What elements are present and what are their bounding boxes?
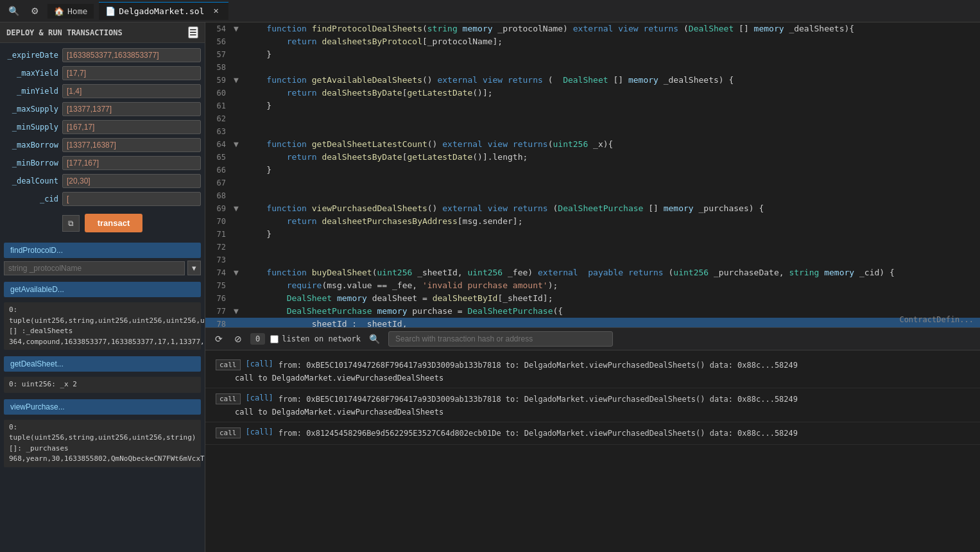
tx-badge: call (216, 359, 241, 370)
code-line: 67 (205, 177, 980, 189)
param-input[interactable] (62, 84, 201, 98)
code-line: 57 } (205, 48, 980, 61)
tab-close-btn[interactable]: ✕ (210, 5, 222, 17)
line-content: } (241, 164, 980, 177)
line-content: return dealSheetsByDate[getLatestDate()]… (241, 87, 980, 99)
line-content: function findProtocolDealSheets(string m… (241, 22, 980, 35)
param-row: _minSupply (4, 120, 201, 134)
tx-badge: call (216, 393, 241, 404)
line-content: return dealSheetsByDate[getLatestDate()]… (241, 151, 980, 164)
fn-section-viewPurchase: viewPurchase... 0: tuple(uint256,string,… (4, 399, 201, 467)
clear-icon-btn[interactable]: ⟳ (212, 332, 226, 345)
line-content: function viewPurchasedDealSheets() exter… (241, 202, 980, 215)
param-input[interactable] (62, 174, 201, 188)
param-row: _maxBorrow (4, 138, 201, 152)
params-container: _expireDate _maxYield _minYield _maxSupp… (4, 48, 201, 206)
tab-delgado[interactable]: 📄 DelgadoMarket.sol ✕ (99, 2, 228, 20)
param-row: _cid (4, 192, 201, 206)
code-line: 54 ▼ function findProtocolDealSheets(str… (205, 22, 980, 35)
code-line: 75 require(msg.value == _fee, 'invalid p… (205, 279, 980, 292)
param-input[interactable] (62, 156, 201, 170)
collapse-arrow[interactable]: ▼ (231, 305, 241, 318)
collapse-arrow[interactable]: ▼ (231, 266, 241, 279)
fn-button-findProtocolD[interactable]: findProtocolD... (4, 243, 201, 258)
param-row: _minBorrow (4, 156, 201, 170)
code-line: 58 (205, 61, 980, 74)
line-content: } (241, 99, 980, 112)
settings-icon-btn[interactable]: ⚙ (28, 4, 42, 18)
code-line: 65 return dealSheetsByDate[getLatestDate… (205, 151, 980, 164)
param-input[interactable] (62, 138, 201, 152)
code-line: 72 (205, 241, 980, 254)
param-input[interactable] (62, 120, 201, 134)
line-number: 70 (205, 215, 231, 228)
param-row: _minYield (4, 84, 201, 98)
code-line: 61 } (205, 99, 980, 112)
line-number: 57 (205, 48, 231, 61)
code-line: 76 DealSheet memory dealSheet = dealShee… (205, 292, 980, 305)
line-number: 65 (205, 151, 231, 164)
search-icon-btn[interactable]: 🔍 (5, 4, 22, 18)
param-input[interactable] (62, 192, 201, 206)
left-panel-content: _expireDate _maxYield _minYield _maxSupp… (0, 43, 205, 552)
tx-counter: 0 (250, 333, 265, 345)
fn-input[interactable] (4, 261, 185, 275)
fn-button-viewPurchase[interactable]: viewPurchase... (4, 399, 201, 415)
bottom-toolbar: ⟳ ⊘ 0 listen on network 🔍 (205, 328, 980, 350)
line-number: 56 (205, 35, 231, 48)
line-content: DealSheetPurchase memory purchase = Deal… (241, 305, 980, 318)
line-number: 77 (205, 305, 231, 318)
code-editor: 54 ▼ function findProtocolDealSheets(str… (205, 22, 980, 327)
code-line: 56 return dealsheetsByProtocol[_protocol… (205, 35, 980, 48)
tx-list: call [call] from: 0xBE5C10174947268F7964… (205, 350, 980, 552)
fn-button-getDealSheet[interactable]: getDealSheet... (4, 356, 201, 372)
copy-button[interactable]: ⧉ (62, 215, 80, 232)
param-input[interactable] (62, 102, 201, 116)
tx-search-input[interactable] (388, 331, 613, 347)
listen-checkbox-input[interactable] (270, 335, 279, 343)
scroll-down-btn[interactable]: ⊘ (231, 332, 245, 345)
param-label: _maxBorrow (4, 141, 58, 150)
line-number: 72 (205, 241, 231, 254)
tab-home-label: Home (67, 6, 87, 16)
file-icon: 📄 (105, 6, 116, 16)
listen-checkbox[interactable]: listen on network (270, 334, 361, 343)
fn-button-getAvailableD[interactable]: getAvailableD... (4, 282, 201, 297)
tx-entry: call [call] from: 0xBE5C10174947268F7964… (205, 388, 980, 422)
collapse-arrow[interactable]: ▼ (231, 22, 241, 35)
collapse-arrow[interactable]: ▼ (231, 74, 241, 87)
line-content: function getDealSheetLatestCount() exter… (241, 138, 980, 151)
fn-dropdown-btn[interactable]: ▾ (187, 261, 201, 275)
code-line: 62 (205, 112, 980, 125)
transact-button[interactable]: transact (85, 214, 143, 232)
fn-section-getAvailableD: getAvailableD... 0: tuple(uint256,string… (4, 282, 201, 350)
line-number: 54 (205, 22, 231, 35)
contract-def-label: ContractDefin... (899, 315, 974, 324)
home-icon: 🏠 (54, 6, 64, 16)
code-line: 69 ▼ function viewPurchasedDealSheets() … (205, 202, 980, 215)
tx-line: call [call] from: 0xBE5C10174947268F7964… (216, 393, 970, 405)
code-line: 63 (205, 125, 980, 138)
tx-badge: call (216, 427, 241, 438)
param-label: _dealCount (4, 177, 58, 185)
tx-text: from: 0xBE5C10174947268F796417a93D3009ab… (279, 359, 798, 371)
tx-line: call [call] from: 0x81245458296Be9d56229… (216, 427, 970, 439)
param-row: _dealCount (4, 174, 201, 188)
collapse-arrow[interactable]: ▼ (231, 202, 241, 215)
tab-home[interactable]: 🏠 Home (47, 4, 94, 19)
tx-text: from: 0x81245458296Be9d562295E3527C64d80… (279, 427, 798, 439)
collapse-arrow[interactable]: ▼ (231, 138, 241, 151)
param-input[interactable] (62, 48, 201, 62)
tx-line: call [call] from: 0xBE5C10174947268F7964… (216, 359, 970, 371)
tx-type: [call] (246, 427, 273, 436)
deploy-run-menu-btn[interactable]: ☰ (188, 26, 198, 39)
code-line: 68 (205, 189, 980, 202)
code-lines: 54 ▼ function findProtocolDealSheets(str… (205, 22, 980, 327)
line-content: function buyDealSheet(uint256 _sheetId, … (241, 266, 980, 279)
fn-section-getDealSheet: getDealSheet... 0: uint256: _x 2 (4, 356, 201, 393)
line-content: return dealsheetPurchasesByAddress[msg.s… (241, 215, 980, 228)
main-layout: DEPLOY & RUN TRANSACTIONS ☰ _expireDate … (0, 22, 980, 552)
code-line: 77 ▼ DealSheetPurchase memory purchase =… (205, 305, 980, 318)
search-tx-icon[interactable]: 🔍 (366, 332, 383, 345)
param-input[interactable] (62, 66, 201, 80)
